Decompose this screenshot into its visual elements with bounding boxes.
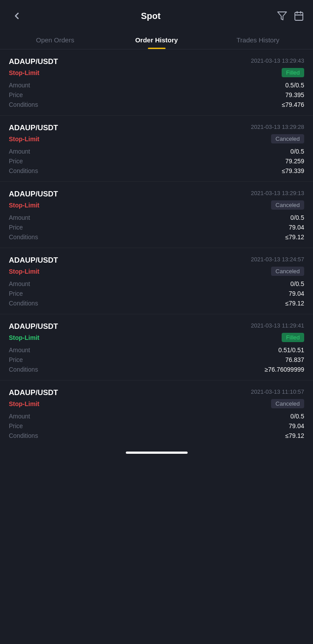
conditions-value: ≤79.339 xyxy=(282,167,304,174)
order-pair: ADAUP/USDT xyxy=(9,388,58,397)
amount-label: Amount xyxy=(9,148,30,155)
status-badge: Canceled xyxy=(271,134,304,143)
order-pair: ADAUP/USDT xyxy=(9,124,58,132)
amount-row: Amount 0.51/0.51 xyxy=(9,346,304,354)
order-item[interactable]: ADAUP/USDT 2021-03-13 13:24:57 Stop-Limi… xyxy=(0,248,313,314)
order-datetime: 2021-03-13 11:10:57 xyxy=(251,388,304,395)
amount-label: Amount xyxy=(9,413,30,420)
conditions-label: Conditions xyxy=(9,366,38,373)
conditions-value: ≤79.12 xyxy=(285,300,304,307)
orders-list: ADAUP/USDT 2021-03-13 13:29:43 Stop-Limi… xyxy=(0,49,313,446)
price-row: Price 79.04 xyxy=(9,290,304,297)
order-details: Amount 0/0.5 Price 79.259 Conditions ≤79… xyxy=(9,148,304,174)
price-label: Price xyxy=(9,290,23,297)
order-datetime: 2021-03-13 13:29:28 xyxy=(251,124,304,130)
price-row: Price 79.395 xyxy=(9,91,304,98)
order-details: Amount 0/0.5 Price 79.04 Conditions ≤79.… xyxy=(9,280,304,307)
order-header: ADAUP/USDT 2021-03-13 11:10:57 xyxy=(9,388,304,397)
amount-value: 0/0.5 xyxy=(290,413,304,420)
order-type-row: Stop-Limit Canceled xyxy=(9,200,304,210)
status-badge: Canceled xyxy=(271,200,304,210)
amount-row: Amount 0.5/0.5 xyxy=(9,82,304,89)
price-row: Price 76.837 xyxy=(9,356,304,363)
order-type-row: Stop-Limit Canceled xyxy=(9,399,304,408)
price-value: 76.837 xyxy=(285,356,304,363)
amount-label: Amount xyxy=(9,82,30,89)
tab-order-history[interactable]: Order History xyxy=(106,30,207,49)
conditions-value: ≤79.476 xyxy=(282,101,304,108)
back-button[interactable] xyxy=(9,8,25,24)
page-title: Spot xyxy=(25,11,277,21)
status-badge: Filled xyxy=(282,333,304,342)
price-value: 79.259 xyxy=(285,158,304,165)
conditions-row: Conditions ≤79.12 xyxy=(9,432,304,439)
amount-row: Amount 0/0.5 xyxy=(9,148,304,155)
order-header: ADAUP/USDT 2021-03-13 11:29:41 xyxy=(9,322,304,331)
bottom-bar xyxy=(0,446,313,457)
order-details: Amount 0/0.5 Price 79.04 Conditions ≤79.… xyxy=(9,413,304,439)
order-item[interactable]: ADAUP/USDT 2021-03-13 11:29:41 Stop-Limi… xyxy=(0,314,313,380)
order-details: Amount 0.5/0.5 Price 79.395 Conditions ≤… xyxy=(9,82,304,108)
price-label: Price xyxy=(9,356,23,363)
conditions-label: Conditions xyxy=(9,233,38,241)
order-pair: ADAUP/USDT xyxy=(9,190,58,199)
conditions-value: ≥76.76099999 xyxy=(265,366,304,373)
order-type: Stop-Limit xyxy=(9,136,39,143)
order-header: ADAUP/USDT 2021-03-13 13:29:13 xyxy=(9,190,304,199)
conditions-row: Conditions ≤79.476 xyxy=(9,101,304,108)
order-type: Stop-Limit xyxy=(9,202,39,209)
amount-label: Amount xyxy=(9,214,30,221)
price-label: Price xyxy=(9,158,23,165)
order-header: ADAUP/USDT 2021-03-13 13:29:43 xyxy=(9,57,304,66)
status-badge: Canceled xyxy=(271,399,304,408)
svg-marker-0 xyxy=(278,12,287,20)
order-type: Stop-Limit xyxy=(9,268,39,275)
price-row: Price 79.04 xyxy=(9,224,304,231)
order-item[interactable]: ADAUP/USDT 2021-03-13 11:10:57 Stop-Limi… xyxy=(0,380,313,446)
price-row: Price 79.259 xyxy=(9,158,304,165)
amount-label: Amount xyxy=(9,280,30,287)
tabs-bar: Open Orders Order History Trades History xyxy=(0,30,313,49)
tab-open-orders[interactable]: Open Orders xyxy=(4,30,106,49)
price-value: 79.04 xyxy=(289,290,304,297)
svg-rect-1 xyxy=(295,12,303,20)
amount-value: 0/0.5 xyxy=(290,280,304,287)
order-datetime: 2021-03-13 13:29:43 xyxy=(251,57,304,64)
conditions-row: Conditions ≤79.12 xyxy=(9,233,304,241)
price-row: Price 79.04 xyxy=(9,422,304,429)
conditions-value: ≤79.12 xyxy=(285,233,304,241)
conditions-value: ≤79.12 xyxy=(285,432,304,439)
price-label: Price xyxy=(9,91,23,98)
amount-value: 0/0.5 xyxy=(290,148,304,155)
order-datetime: 2021-03-13 13:29:13 xyxy=(251,190,304,196)
order-item[interactable]: ADAUP/USDT 2021-03-13 13:29:43 Stop-Limi… xyxy=(0,49,313,116)
order-details: Amount 0/0.5 Price 79.04 Conditions ≤79.… xyxy=(9,214,304,241)
order-details: Amount 0.51/0.51 Price 76.837 Conditions… xyxy=(9,346,304,373)
order-type-row: Stop-Limit Canceled xyxy=(9,134,304,143)
conditions-row: Conditions ≤79.12 xyxy=(9,300,304,307)
order-type-row: Stop-Limit Filled xyxy=(9,333,304,342)
order-type: Stop-Limit xyxy=(9,69,39,76)
conditions-row: Conditions ≤79.339 xyxy=(9,167,304,174)
conditions-label: Conditions xyxy=(9,300,38,307)
calendar-button[interactable] xyxy=(294,11,304,21)
price-label: Price xyxy=(9,422,23,429)
amount-label: Amount xyxy=(9,346,30,354)
conditions-row: Conditions ≥76.76099999 xyxy=(9,366,304,373)
filter-button[interactable] xyxy=(277,11,287,21)
price-value: 79.395 xyxy=(285,91,304,98)
order-type-row: Stop-Limit Filled xyxy=(9,68,304,77)
order-item[interactable]: ADAUP/USDT 2021-03-13 13:29:13 Stop-Limi… xyxy=(0,182,313,248)
order-pair: ADAUP/USDT xyxy=(9,256,58,265)
tab-trades-history[interactable]: Trades History xyxy=(207,30,309,49)
amount-row: Amount 0/0.5 xyxy=(9,280,304,287)
amount-value: 0.51/0.51 xyxy=(279,346,304,354)
price-label: Price xyxy=(9,224,23,231)
order-item[interactable]: ADAUP/USDT 2021-03-13 13:29:28 Stop-Limi… xyxy=(0,116,313,182)
order-type-row: Stop-Limit Canceled xyxy=(9,267,304,276)
conditions-label: Conditions xyxy=(9,432,38,439)
bottom-indicator xyxy=(126,452,188,454)
header-icons xyxy=(277,11,304,21)
order-type: Stop-Limit xyxy=(9,334,39,341)
amount-value: 0/0.5 xyxy=(290,214,304,221)
